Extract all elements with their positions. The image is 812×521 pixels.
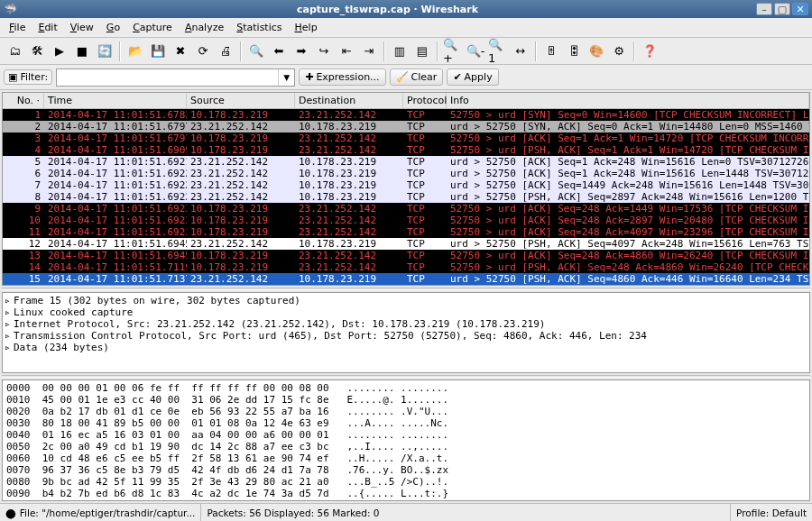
packet-row[interactable]: 52014-04-17 11:01:51.69219923.21.252.142… bbox=[3, 156, 809, 168]
packet-row[interactable]: 32014-04-17 11:01:51.67979010.178.23.219… bbox=[3, 133, 809, 144]
display-filters-icon[interactable]: 🎛 bbox=[563, 41, 585, 62]
auto-scroll-icon[interactable]: ▤ bbox=[411, 41, 433, 62]
packet-row[interactable]: 12014-04-17 11:01:51.67822610.178.23.219… bbox=[3, 109, 809, 121]
start-capture-icon[interactable]: ▶ bbox=[49, 41, 70, 62]
prefs-icon[interactable]: ⚙ bbox=[608, 41, 630, 62]
close-button[interactable]: ✕ bbox=[792, 3, 808, 15]
detail-row[interactable]: ▹Linux cooked capture bbox=[5, 306, 807, 318]
packet-row[interactable]: 132014-04-17 11:01:51.69457710.178.23.21… bbox=[3, 250, 809, 261]
zoom-in-icon[interactable]: 🔍+ bbox=[442, 41, 464, 62]
filter-input[interactable] bbox=[57, 69, 278, 86]
menu-go[interactable]: Go bbox=[101, 20, 125, 35]
detail-row[interactable]: ▹Internet Protocol, Src: 23.21.252.142 (… bbox=[5, 318, 807, 330]
col-info[interactable]: Info bbox=[447, 93, 809, 108]
clear-icon: 🧹 bbox=[396, 71, 409, 83]
status-icon: ⬤ bbox=[5, 507, 16, 518]
go-back-icon[interactable]: ⬅ bbox=[268, 41, 290, 62]
expand-icon[interactable]: ▹ bbox=[5, 306, 14, 318]
toolbar-separator bbox=[240, 41, 242, 61]
status-profile: Profile: Default bbox=[731, 504, 812, 521]
detail-row[interactable]: ▹Frame 15 (302 bytes on wire, 302 bytes … bbox=[5, 295, 807, 306]
packet-row[interactable]: 42014-04-17 11:01:51.69094710.178.23.219… bbox=[3, 144, 809, 156]
packet-row[interactable]: 162014-04-17 11:01:51.72044723.21.252.14… bbox=[3, 285, 809, 286]
menu-view[interactable]: View bbox=[65, 20, 99, 35]
detail-row[interactable]: ▹Data (234 bytes) bbox=[5, 342, 807, 353]
col-time[interactable]: Time bbox=[44, 93, 187, 108]
packet-details[interactable]: ▹Frame 15 (302 bytes on wire, 302 bytes … bbox=[2, 292, 810, 373]
window-title: capture_tlswrap.cap · Wireshark bbox=[21, 4, 754, 15]
col-dst[interactable]: Destination bbox=[295, 93, 403, 108]
resize-cols-icon[interactable]: ↔ bbox=[510, 41, 531, 62]
menu-file[interactable]: File bbox=[4, 20, 31, 35]
go-last-icon[interactable]: ⇥ bbox=[358, 41, 380, 62]
status-file: ⬤ File: "/home/eptiger/trashdir/captur..… bbox=[0, 504, 201, 521]
reload-icon[interactable]: ⟳ bbox=[192, 41, 214, 62]
col-src[interactable]: Source bbox=[187, 93, 295, 108]
menu-capture[interactable]: Capture bbox=[127, 20, 178, 35]
filter-icon: ▣ bbox=[8, 71, 17, 83]
packet-row[interactable]: 62014-04-17 11:01:51.69224123.21.252.142… bbox=[3, 168, 809, 179]
expand-icon[interactable]: ▹ bbox=[5, 330, 14, 342]
options-icon[interactable]: 🛠 bbox=[26, 41, 48, 62]
filter-label-button[interactable]: ▣ Filter: bbox=[4, 69, 52, 85]
minimize-button[interactable]: – bbox=[756, 3, 772, 15]
open-icon[interactable]: 📂 bbox=[125, 41, 146, 62]
col-proto[interactable]: Protocol bbox=[403, 93, 447, 108]
clear-label: Clear bbox=[411, 71, 438, 83]
filter-bar: ▣ Filter: ▼ ✚ Expression... 🧹 Clear ✔ Ap… bbox=[0, 65, 812, 90]
clear-button[interactable]: 🧹 Clear bbox=[390, 69, 444, 86]
packet-row[interactable]: 112014-04-17 11:01:51.69236910.178.23.21… bbox=[3, 226, 809, 238]
packet-row[interactable]: 142014-04-17 11:01:51.71194110.178.23.21… bbox=[3, 261, 809, 273]
expand-icon[interactable]: ▹ bbox=[5, 295, 14, 306]
zoom-out-icon[interactable]: 🔍- bbox=[465, 41, 486, 62]
status-packets-text: Packets: 56 Displayed: 56 Marked: 0 bbox=[207, 507, 379, 518]
filter-dropdown-icon[interactable]: ▼ bbox=[278, 69, 294, 86]
packet-row[interactable]: 152014-04-17 11:01:51.71370523.21.252.14… bbox=[3, 273, 809, 285]
expand-icon[interactable]: ▹ bbox=[5, 318, 14, 330]
help-icon[interactable]: ❓ bbox=[639, 41, 660, 62]
stop-capture-icon[interactable]: ■ bbox=[71, 41, 93, 62]
detail-row[interactable]: ▹Transmission Control Protocol, Src Port… bbox=[5, 330, 807, 342]
print-icon[interactable]: 🖨 bbox=[215, 41, 236, 62]
menu-statistics[interactable]: Statistics bbox=[231, 20, 287, 35]
toolbar-separator bbox=[633, 41, 635, 61]
apply-button[interactable]: ✔ Apply bbox=[447, 69, 498, 86]
plus-icon: ✚ bbox=[305, 71, 313, 83]
go-first-icon[interactable]: ⇤ bbox=[336, 41, 357, 62]
apply-icon: ✔ bbox=[453, 71, 461, 83]
packet-row[interactable]: 82014-04-17 11:01:51.69225323.21.252.142… bbox=[3, 191, 809, 203]
packet-row[interactable]: 102014-04-17 11:01:51.69236210.178.23.21… bbox=[3, 215, 809, 226]
window-titlebar: 🦈 capture_tlswrap.cap · Wireshark – ▢ ✕ bbox=[0, 0, 812, 18]
menu-edit[interactable]: Edit bbox=[32, 20, 62, 35]
toolbar-separator bbox=[119, 41, 121, 61]
toolbar-separator bbox=[535, 41, 537, 61]
packet-row[interactable]: 92014-04-17 11:01:51.69234710.178.23.219… bbox=[3, 203, 809, 215]
go-forward-icon[interactable]: ➡ bbox=[291, 41, 312, 62]
packet-row[interactable]: 22014-04-17 11:01:51.67976423.21.252.142… bbox=[3, 121, 809, 133]
packet-row[interactable]: 122014-04-17 11:01:51.69452523.21.252.14… bbox=[3, 238, 809, 250]
splitter-1[interactable] bbox=[2, 288, 810, 290]
packet-bytes[interactable]: 0000 00 00 00 01 00 06 fe ff ff ff ff ff… bbox=[2, 379, 810, 501]
coloring-rules-icon[interactable]: 🎨 bbox=[586, 41, 607, 62]
col-no[interactable]: No. · bbox=[3, 93, 44, 108]
colorize-icon[interactable]: ▥ bbox=[389, 41, 411, 62]
packet-list[interactable]: No. · Time Source Destination Protocol I… bbox=[2, 92, 810, 286]
menu-analyze[interactable]: Analyze bbox=[180, 20, 229, 35]
expression-button[interactable]: ✚ Expression... bbox=[299, 69, 385, 86]
close-icon[interactable]: ✖ bbox=[170, 41, 191, 62]
expand-icon[interactable]: ▹ bbox=[5, 342, 14, 353]
packet-row[interactable]: 72014-04-17 11:01:51.69224923.21.252.142… bbox=[3, 179, 809, 191]
status-file-text: File: "/home/eptiger/trashdir/captur... bbox=[20, 507, 196, 518]
splitter-2[interactable] bbox=[2, 375, 810, 378]
go-to-icon[interactable]: ↪ bbox=[313, 41, 335, 62]
maximize-button[interactable]: ▢ bbox=[774, 3, 790, 15]
find-icon[interactable]: 🔍 bbox=[245, 41, 267, 62]
menu-help[interactable]: Help bbox=[290, 20, 323, 35]
save-icon[interactable]: 💾 bbox=[147, 41, 169, 62]
apply-label: Apply bbox=[465, 71, 493, 83]
interfaces-icon[interactable]: 🗂 bbox=[4, 41, 25, 62]
capture-filters-icon[interactable]: 🎚 bbox=[540, 41, 562, 62]
menubar: FileEditViewGoCaptureAnalyzeStatisticsHe… bbox=[0, 18, 812, 38]
zoom-reset-icon[interactable]: 🔍1 bbox=[487, 41, 509, 62]
restart-icon[interactable]: 🔄 bbox=[94, 41, 115, 62]
